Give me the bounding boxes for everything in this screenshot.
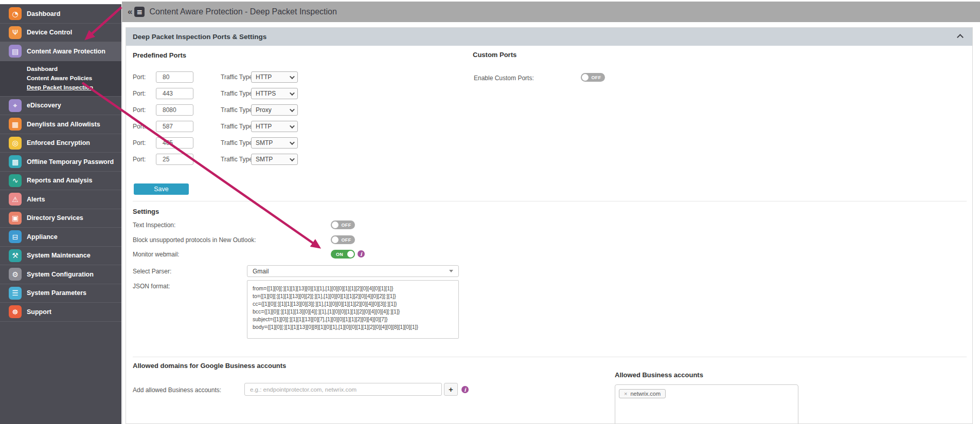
remove-tag-icon[interactable]: × — [624, 391, 627, 397]
sidebar-item-label: eDiscovery — [27, 102, 61, 109]
chevron-down-icon — [290, 156, 295, 161]
toggle-knob — [347, 251, 354, 257]
port-input[interactable] — [156, 121, 193, 132]
sidebar-item[interactable]: ⚙ System Configuration — [0, 265, 121, 284]
sidebar-item-icon: ☰ — [9, 287, 22, 300]
port-input[interactable] — [156, 137, 193, 149]
port-row: Port: Traffic Type: HTTP — [133, 71, 308, 83]
sidebar-item[interactable]: ⌖ eDiscovery — [0, 96, 121, 115]
chevron-up-icon[interactable] — [957, 34, 963, 40]
json-format-textarea[interactable]: from={[1][0][:][1][1][13][0][1][1],[1][0… — [247, 280, 459, 339]
sidebar-item-label: Directory Services — [27, 214, 83, 222]
traffic-type-value: Proxy — [256, 106, 290, 114]
port-row: Port: Traffic Type: SMTP — [133, 154, 308, 165]
content-left-border — [122, 22, 122, 424]
traffic-type-label: Traffic Type: — [221, 156, 254, 163]
sidebar-item-label: Denylists and Allowlists — [27, 121, 100, 128]
account-tag: × netwrix.com — [619, 389, 666, 398]
settings-heading: Settings — [133, 208, 159, 215]
sidebar-item-label: Appliance — [27, 233, 58, 241]
save-button[interactable]: Save — [134, 183, 189, 195]
sidebar-item[interactable]: ☸ Support — [0, 302, 121, 321]
sidebar-item[interactable]: ⚠ Alerts — [0, 190, 121, 209]
add-account-button[interactable]: + — [444, 383, 458, 396]
sidebar-item-icon: ⚒ — [9, 249, 22, 262]
panel-title: Deep Packet Inspection Ports & Settings — [133, 33, 266, 41]
toggle-state-label: ON — [332, 252, 347, 257]
sidebar-item-label: Alerts — [27, 196, 45, 203]
traffic-type-select[interactable]: Proxy — [251, 104, 298, 116]
predefined-ports-list: Port: Traffic Type: HTTP Port: Traffic T… — [133, 71, 308, 165]
sidebar-subitem[interactable]: Deep Packet Inspection — [0, 83, 121, 92]
block-unsupported-protocols-toggle[interactable]: OFF — [331, 235, 355, 244]
sidebar-item[interactable]: ◎ Enforced Encryption — [0, 134, 121, 153]
sidebar-item[interactable]: ∿ Reports and Analysis — [0, 171, 121, 190]
port-row: Port: Traffic Type: Proxy — [133, 104, 308, 116]
sidebar-item-icon: ⊟ — [9, 230, 22, 243]
page-title: Content Aware Protection - Deep Packet I… — [149, 7, 336, 16]
port-input[interactable] — [156, 154, 193, 165]
info-icon[interactable]: i — [358, 250, 365, 257]
collapse-sidebar-icon[interactable]: « — [128, 7, 132, 17]
sidebar-item[interactable]: ⊟ Appliance — [0, 227, 121, 246]
port-label: Port: — [133, 106, 146, 114]
predefined-ports-heading: Predefined Ports — [133, 51, 186, 59]
text-inspection-toggle[interactable]: OFF — [331, 220, 355, 229]
monitor-webmail-toggle[interactable]: ON — [331, 250, 355, 259]
traffic-type-select[interactable]: SMTP — [251, 137, 298, 149]
traffic-type-value: HTTP — [256, 123, 290, 130]
sidebar-item-label: Reports and Analysis — [27, 177, 92, 184]
port-input[interactable] — [156, 88, 193, 99]
chevron-down-icon — [290, 90, 295, 96]
sidebar-item-label: Device Control — [27, 29, 72, 36]
sidebar-item-icon: ⚠ — [9, 193, 22, 206]
panel-header: Deep Packet Inspection Ports & Settings — [126, 28, 972, 46]
traffic-type-value: SMTP — [256, 139, 290, 146]
sidebar-subitem-label: Deep Packet Inspection — [27, 84, 93, 90]
traffic-type-select[interactable]: HTTPS — [251, 88, 298, 99]
sidebar-subitem[interactable]: Dashboard — [0, 64, 121, 73]
sidebar-item[interactable]: ▣ Directory Services — [0, 209, 121, 228]
enable-custom-ports-toggle[interactable]: OFF — [581, 73, 605, 82]
info-icon[interactable]: i — [461, 386, 469, 393]
sidebar-item[interactable]: ⚒ System Maintenance — [0, 246, 121, 265]
sidebar-item[interactable]: ▤ Content Aware Protection — [0, 42, 121, 61]
traffic-type-select[interactable]: HTTP — [251, 121, 298, 132]
port-row: Port: Traffic Type: HTTPS — [133, 88, 308, 99]
sidebar-item-label: Support — [27, 308, 51, 316]
toggle-knob — [582, 74, 589, 81]
toggle-knob — [332, 222, 338, 228]
sidebar-item[interactable]: Ψ Device Control — [0, 23, 121, 42]
toggle-state-label: OFF — [338, 237, 354, 243]
sidebar-item[interactable]: ◔ Dashboard — [0, 4, 121, 23]
sidebar-item-icon: ◔ — [9, 7, 22, 20]
block-unsupported-protocols-label: Block unsupported protocols in New Outlo… — [133, 236, 256, 244]
port-label: Port: — [133, 73, 146, 81]
sidebar-item[interactable]: ▩ Offline Temporary Password — [0, 152, 121, 171]
sidebar-item-icon: ⌖ — [9, 99, 22, 112]
sidebar-subitem[interactable]: Content Aware Policies — [0, 73, 121, 83]
sidebar-item-label: Enforced Encryption — [27, 139, 90, 146]
port-label: Port: — [133, 139, 146, 146]
traffic-type-select[interactable]: HTTP — [251, 71, 298, 83]
sidebar-item-label: Offline Temporary Password — [27, 158, 114, 165]
content-aware-protection-submenu: Dashboard Content Aware Policies Deep Pa… — [0, 61, 121, 96]
sidebar-item-label: System Parameters — [27, 289, 86, 297]
traffic-type-label: Traffic Type: — [221, 123, 254, 130]
port-label: Port: — [133, 123, 146, 130]
traffic-type-select[interactable]: SMTP — [251, 154, 298, 165]
sidebar-item[interactable]: ☰ System Parameters — [0, 284, 121, 303]
chevron-down-icon — [290, 107, 295, 112]
port-input[interactable] — [156, 71, 193, 83]
sidebar-item-icon: ☸ — [9, 305, 22, 318]
port-input[interactable] — [156, 104, 193, 116]
parser-select[interactable]: Gmail — [247, 265, 459, 277]
toggle-state-label: OFF — [589, 75, 604, 80]
enable-custom-ports-label: Enable Custom Ports: — [474, 75, 534, 82]
sidebar-item[interactable]: ▦ Denylists and Allowlists — [0, 115, 121, 134]
toggle-state-label: OFF — [338, 223, 354, 228]
port-row: Port: Traffic Type: HTTP — [133, 121, 308, 132]
allowed-accounts-box: × netwrix.com — [615, 384, 798, 424]
sidebar-filler — [0, 321, 121, 424]
business-accounts-input[interactable] — [244, 383, 442, 396]
